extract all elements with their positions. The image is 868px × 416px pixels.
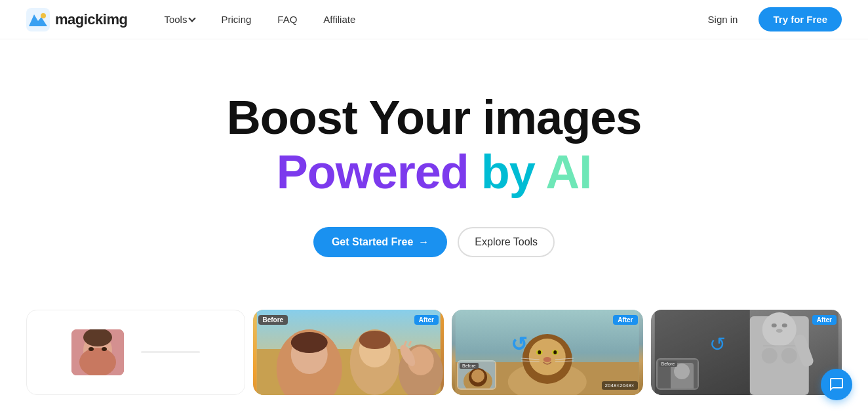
card4-after-label: After <box>812 315 837 325</box>
preview-card-background-removal: Before After <box>253 310 444 395</box>
nav-pricing[interactable]: Pricing <box>210 9 262 30</box>
card4-before-label: Before <box>659 361 678 367</box>
card2-canvas: Before After <box>253 310 444 395</box>
card3-after-label: After <box>613 315 637 325</box>
card3-badge: 2048×2048× <box>602 381 638 390</box>
svg-point-8 <box>102 347 107 351</box>
ai-text: AI <box>545 146 591 198</box>
nav-right: Sign in Try for Free <box>698 7 842 31</box>
svg-point-48 <box>781 348 797 364</box>
preview-card-restore: ↺ After Before <box>651 310 842 395</box>
brand-name: magickimg <box>55 11 127 28</box>
svg-point-44 <box>781 323 787 327</box>
card3-before-label: Before <box>460 363 479 369</box>
card4-before-box: Before <box>656 358 699 390</box>
svg-point-30 <box>553 350 557 354</box>
card2-before-label: Before <box>258 315 288 325</box>
svg-point-43 <box>771 323 776 327</box>
svg-point-13 <box>290 332 327 353</box>
chat-bubble-button[interactable] <box>821 369 852 395</box>
arrow-right-icon: → <box>418 236 429 248</box>
chat-icon <box>829 377 844 392</box>
logo-icon <box>26 8 50 31</box>
svg-point-5 <box>79 348 116 375</box>
get-started-button[interactable]: Get Started Free → <box>313 227 447 257</box>
by-text: by <box>481 146 535 198</box>
try-for-free-button[interactable]: Try for Free <box>759 7 842 31</box>
explore-tools-button[interactable]: Explore Tools <box>458 227 555 257</box>
hero-title-line1: Boost Your images <box>227 92 641 144</box>
powered-text: Powered <box>277 146 469 198</box>
hero-section: Boost Your images Powered by AI Get Star… <box>0 39 868 290</box>
svg-point-16 <box>359 331 390 349</box>
nav-links: Tools Pricing FAQ Affiliate <box>153 9 697 30</box>
card4-curve-arrow-icon: ↺ <box>709 332 726 355</box>
nav-tools[interactable]: Tools <box>153 9 205 30</box>
nav-faq[interactable]: FAQ <box>267 9 307 30</box>
face-svg <box>71 329 124 375</box>
card1-divider-line <box>141 351 200 353</box>
card3-canvas: ↺ After 2048×2048× Before <box>452 310 643 395</box>
nav-affiliate[interactable]: Affiliate <box>313 9 366 30</box>
svg-point-29 <box>538 350 541 354</box>
preview-card-enhance: ↺ After 2048×2048× Before <box>452 310 643 395</box>
card3-before-box: Before <box>457 360 496 390</box>
svg-rect-0 <box>26 8 50 31</box>
hero-title-line2: Powered by AI <box>277 144 591 200</box>
chevron-down-icon <box>189 14 196 22</box>
card2-after-label: After <box>414 315 439 325</box>
svg-point-47 <box>761 348 777 364</box>
logo[interactable]: magickimg <box>26 8 127 31</box>
sign-in-button[interactable]: Sign in <box>698 9 749 30</box>
svg-point-7 <box>89 347 94 351</box>
svg-point-45 <box>776 329 782 333</box>
svg-point-31 <box>543 357 551 362</box>
curve-arrow-icon: ↺ <box>511 332 527 355</box>
preview-section: Before After <box>0 290 868 395</box>
hero-buttons: Get Started Free → Explore Tools <box>313 227 555 257</box>
card4-canvas: ↺ After Before <box>651 310 842 395</box>
svg-point-2 <box>41 13 46 18</box>
card1-face-image <box>71 329 124 375</box>
navbar: magickimg Tools Pricing FAQ Affiliate Si… <box>0 0 868 39</box>
preview-card-upscale <box>26 310 245 395</box>
svg-point-39 <box>471 369 484 383</box>
